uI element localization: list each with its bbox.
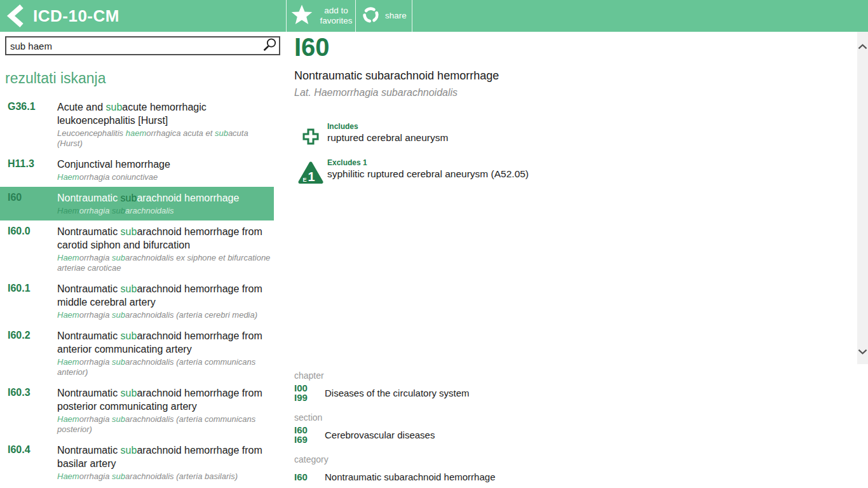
hierarchy-level-label: category [294,454,675,464]
share-circle-icon [356,6,385,27]
share-label: share [385,11,407,21]
result-code: I60.3 [8,386,57,435]
list-item[interactable]: I60.0 Nontraumatic subarachnoid hemorrha… [0,220,274,278]
result-title: Acute and subacute hemorrhagic leukoence… [57,100,274,127]
result-code: I60.1 [8,282,57,320]
result-code: H11.3 [8,158,57,182]
page-title: ICD-10-CM [33,0,119,32]
includes-text: ruptured cerebral aneurysm [327,132,448,144]
plus-cross-icon [294,122,327,146]
excludes1-note: E1 Excludes 1 syphilitic ruptured cerebr… [294,158,844,184]
add-to-favorites-button[interactable]: add to favorites [287,0,356,32]
result-code: I60.2 [8,329,57,377]
search-box [5,36,280,55]
result-subtitle-latin: Haemorrhagia subarachnoidalis ex siphone… [57,253,274,273]
result-content: Nontraumatic subarachnoid hemorrhage fro… [57,225,274,273]
star-icon [287,4,316,27]
hierarchy-row: I60 Nontraumatic subarachnoid hemorrhage [294,467,675,486]
back-chevron-icon [5,18,27,29]
hierarchy-row: I60I69 Cerebrovascular diseases [294,425,675,444]
detail-title: Nontraumatic subarachnoid hemorrhage [294,69,844,83]
hierarchy-row: I00I99 Diseases of the circulatory syste… [294,383,675,402]
result-content: Nontraumatic subarachnoid hemorrhage fro… [57,282,274,320]
result-content: Nontraumatic subarachnoid hemorrhage fro… [57,329,274,377]
hierarchy-group[interactable]: section I60I69 Cerebrovascular diseases [294,412,675,444]
result-code: G36.1 [8,100,57,149]
result-title: Nontraumatic subarachnoid hemorrhage fro… [57,282,274,309]
hierarchy-code-range: I60 [294,472,325,482]
list-item[interactable]: G36.1 Acute and subacute hemorrhagic leu… [0,96,274,153]
result-content: Acute and subacute hemorrhagic leukoence… [57,100,274,149]
hierarchy-level-label: section [294,412,675,423]
result-subtitle-latin: Haemorrhagia subarachnoidalis (arteria c… [57,357,274,377]
excludes-label: Excludes 1 [327,158,529,167]
app-header: ICD-10-CM add to favorites share [0,0,868,32]
result-subtitle-latin: Haemorrhagia coniunctivae [57,172,274,182]
hierarchy-code-range: I00I99 [294,383,325,402]
result-content: Nontraumatic subarachnoid hemorrhage Hae… [57,191,274,216]
list-item[interactable]: H11.3 Conjunctival hemorrhage Haemorrhag… [0,153,274,187]
add-to-favorites-label: add to favorites [316,6,356,26]
hierarchy-level-label: chapter [294,370,675,381]
hierarchy-group[interactable]: chapter I00I99 Diseases of the circulato… [294,370,675,402]
result-subtitle-latin: Haemorrhagia subarachnoidalis [57,206,274,216]
vertical-scrollbar[interactable] [857,32,868,364]
includes-content: Includes ruptured cerebral aneurysm [327,122,448,146]
result-title: Nontraumatic subarachnoid hemorrhage fro… [57,386,274,413]
code-hierarchy: chapter I00I99 Diseases of the circulato… [294,370,675,488]
back-button[interactable] [5,4,28,27]
detail-latin-title: Lat. Haemorrhagia subarachnoidalis [294,87,844,98]
excludes1-triangle-icon: E1 [294,158,327,184]
detail-panel: I60 Nontraumatic subarachnoid hemorrhage… [285,32,857,364]
result-content: Conjunctival hemorrhage Haemorrhagia con… [57,158,274,182]
list-item[interactable]: I60.1 Nontraumatic subarachnoid hemorrha… [0,278,274,325]
hierarchy-code-range: I60I69 [294,425,325,444]
list-item[interactable]: I60.2 Nontraumatic subarachnoid hemorrha… [0,325,274,382]
result-content: Nontraumatic subarachnoid hemorrhage fro… [57,386,274,435]
result-subtitle-latin: Leucoencephalitis haemorrhagica acuta et… [57,128,274,149]
hierarchy-group[interactable]: category I60 Nontraumatic subarachnoid h… [294,454,675,486]
hierarchy-title: Diseases of the circulatory system [325,388,470,398]
list-item[interactable]: I60.3 Nontraumatic subarachnoid hemorrha… [0,382,274,439]
result-title: Nontraumatic subarachnoid hemorrhage fro… [57,225,274,252]
list-item[interactable]: I60.4 Nontraumatic subarachnoid hemorrha… [0,439,274,486]
excludes-text: syphilitic ruptured cerebral aneurysm (A… [327,168,529,180]
scroll-up-button[interactable] [857,41,868,51]
result-code: I60 [8,191,57,216]
header-divider [412,0,412,32]
result-code: I60.0 [8,225,57,273]
result-subtitle-latin: Haemorrhagia subarachnoidalis (arteria b… [57,471,274,482]
svg-text:1: 1 [308,170,315,184]
svg-text:E: E [303,177,307,183]
result-title: Conjunctival hemorrhage [57,158,274,171]
result-title: Nontraumatic subarachnoid hemorrhage fro… [57,444,274,470]
result-title: Nontraumatic subarachnoid hemorrhage fro… [57,329,274,356]
result-content: Nontraumatic subarachnoid hemorrhage fro… [57,444,274,482]
includes-label: Includes [327,122,448,131]
includes-note: Includes ruptured cerebral aneurysm [294,122,844,146]
search-results-panel: rezultati iskanja G36.1 Acute and subacu… [0,32,285,488]
results-list: G36.1 Acute and subacute hemorrhagic leu… [0,96,285,488]
chevron-up-icon [858,41,867,52]
list-item[interactable]: I60 Nontraumatic subarachnoid hemorrhage… [0,187,274,220]
excludes-content: Excludes 1 syphilitic ruptured cerebral … [327,158,529,184]
result-subtitle-latin: Haemorrhagia subarachnoidalis (arteria c… [57,310,274,320]
results-heading: rezultati iskanja [5,70,285,87]
hierarchy-title: Nontraumatic subarachnoid hemorrhage [325,471,495,482]
search-submit-button[interactable] [260,37,279,54]
scroll-down-button[interactable] [857,346,868,356]
hierarchy-title: Cerebrovascular diseases [325,430,435,440]
search-icon [261,37,278,55]
chevron-down-icon [858,346,867,357]
share-button[interactable]: share [356,0,412,32]
result-subtitle-latin: Haemorrhagia subarachnoidalis (arteria c… [57,414,274,435]
search-input[interactable] [6,41,260,51]
detail-code: I60 [294,33,844,61]
result-code: I60.4 [8,444,57,482]
result-title: Nontraumatic subarachnoid hemorrhage [57,191,274,205]
